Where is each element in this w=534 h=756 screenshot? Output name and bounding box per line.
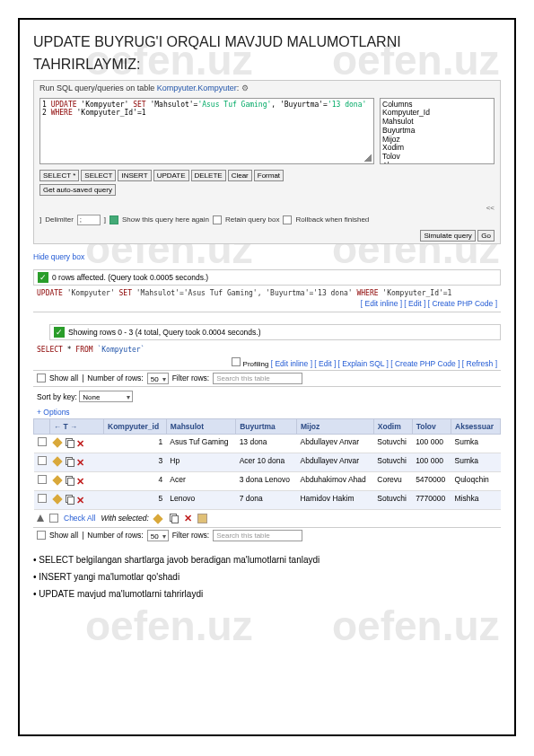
sql-panel-header: Run SQL query/queries on table Kompyuter… <box>34 81 500 95</box>
edit-icon[interactable] <box>54 456 64 466</box>
th-mijoz[interactable]: Mijoz <box>296 418 373 434</box>
delete-icon[interactable]: ✕ <box>76 438 84 449</box>
arrow-up-icon <box>37 514 44 522</box>
cell-mahsulot: Asus Tuf Gaming <box>166 434 235 453</box>
sql-text: , 'Buyurtma'= <box>271 101 328 109</box>
show-all-checkbox-bottom[interactable] <box>37 531 46 540</box>
copy-icon[interactable] <box>66 476 74 485</box>
refresh-link[interactable]: [ Refresh ] <box>462 359 497 368</box>
cell-xodim: Sotuvchi <box>373 434 412 453</box>
cell-buyurtma: 7 dona <box>236 490 297 509</box>
column-insert-arrow[interactable]: << <box>34 204 500 212</box>
sql-kw-set: SET <box>133 101 145 109</box>
row-checkbox[interactable] <box>38 437 47 446</box>
cell-id: 5 <box>104 490 167 509</box>
filter-rows-input[interactable]: Search this table <box>213 373 302 384</box>
edit-icon[interactable] <box>54 437 64 447</box>
cell-mijoz: Abdullayev Anvar <box>296 453 373 471</box>
sql-table-name: `Kompyuter` <box>93 346 145 354</box>
check-all-checkbox[interactable] <box>49 514 58 523</box>
cell-id: 1 <box>104 434 167 453</box>
clear-button[interactable]: Clear <box>228 170 252 181</box>
format-button[interactable]: Format <box>254 170 284 181</box>
sql-kw-update: UPDATE <box>37 289 63 297</box>
num-rows-select[interactable]: 50 <box>147 373 169 384</box>
show-all-label: Show all <box>49 374 78 382</box>
autosaved-button[interactable]: Get auto-saved query <box>39 184 116 196</box>
create-php-link[interactable]: [ Create PHP Code ] <box>390 359 460 368</box>
options-toggle[interactable]: + Options <box>33 406 501 418</box>
simulate-button[interactable]: Simulate query <box>420 230 475 242</box>
update-button[interactable]: UPDATE <box>153 170 189 181</box>
copy-icon[interactable] <box>66 457 74 466</box>
edit-link[interactable]: [ Edit ] <box>404 299 425 308</box>
th-tolov[interactable]: Tolov <box>412 418 451 434</box>
cell-tolov: 100 000 <box>412 434 451 453</box>
delete-icon[interactable]: ✕ <box>76 476 84 487</box>
cell-xodim: Sotuvchi <box>373 453 412 471</box>
sql-text: 'Kompyuter_Id'=1 <box>379 289 452 297</box>
with-selected-label: With selected: <box>101 514 148 523</box>
cell-mijoz: Abduhakimov Ahad <box>296 471 373 490</box>
table-row: ✕5Lenovo7 donaHamidov HakimSotuvchi77700… <box>34 490 501 509</box>
rollback-label: Rollback when finished <box>295 215 369 224</box>
bullet-select: • SELECT belgilangan shartlarga javob be… <box>33 552 501 567</box>
explain-sql-link[interactable]: [ Explain SQL ] <box>338 359 389 368</box>
cell-aks: Mishka <box>451 490 501 509</box>
gear-icon[interactable]: ⚙ <box>241 84 249 92</box>
sql-text: 'Kompyuter' <box>77 101 134 109</box>
sql-textarea[interactable]: 1 UPDATE 'Kompyuter' SET 'Mahsulot'='Asu… <box>39 98 374 164</box>
rollback-checkbox[interactable] <box>283 215 292 224</box>
page-heading-2: TAHRIRLAYMIZ: <box>33 56 501 75</box>
export-icon[interactable] <box>197 514 207 523</box>
th-buyurtma[interactable]: Buyurtma <box>236 418 297 434</box>
row-checkbox[interactable] <box>38 494 47 503</box>
edit-link[interactable]: [ Edit ] <box>314 359 336 368</box>
edit-icon[interactable] <box>54 475 64 485</box>
delimiter-input[interactable]: ; <box>77 215 101 225</box>
insert-button[interactable]: INSERT <box>118 170 151 181</box>
column-item[interactable]: Aksessuar <box>382 162 492 164</box>
delete-icon[interactable]: ✕ <box>76 457 84 468</box>
table-link[interactable]: Kompyuter.Kompyuter <box>157 84 237 92</box>
sort-by-key-select[interactable]: None <box>79 391 133 402</box>
th-kompyuter-id[interactable]: Kompyuter_id <box>104 418 167 434</box>
col-arrow-left[interactable]: ← <box>54 423 61 431</box>
th-mahsulot[interactable]: Mahsulot <box>166 418 235 434</box>
show-again-checkbox[interactable] <box>109 215 118 224</box>
cell-tolov: 100 000 <box>412 453 451 471</box>
edit-icon[interactable] <box>54 494 64 504</box>
profiling-checkbox[interactable] <box>232 357 241 366</box>
retain-label: Retain query box <box>225 215 279 224</box>
delete-icon[interactable]: ✕ <box>184 513 192 524</box>
edit-inline-link[interactable]: [ Edit inline ] <box>271 359 312 368</box>
cell-xodim: Corevu <box>373 471 412 490</box>
create-php-link[interactable]: [ Create PHP Code ] <box>428 299 497 308</box>
num-rows-select-bottom[interactable]: 50 <box>147 530 169 541</box>
delete-icon[interactable]: ✕ <box>76 495 84 505</box>
retain-checkbox[interactable] <box>213 215 222 224</box>
rows-affected-text: 0 rows affected. (Query took 0.0005 seco… <box>52 273 208 282</box>
col-arrow-right[interactable]: → <box>70 423 77 431</box>
sql-text: 'Kompyuter_Id'= <box>73 109 142 117</box>
copy-icon[interactable] <box>66 495 74 504</box>
columns-list[interactable]: Columns Kompyuter_Id Mahsulot Buyurtma M… <box>380 98 495 164</box>
row-checkbox[interactable] <box>38 456 47 465</box>
select-star-button[interactable]: SELECT * <box>39 170 79 181</box>
select-button[interactable]: SELECT <box>81 170 116 181</box>
go-button[interactable]: Go <box>477 230 495 242</box>
edit-icon[interactable] <box>154 514 164 523</box>
row-checkbox[interactable] <box>38 475 47 484</box>
delete-button[interactable]: DELETE <box>191 170 226 181</box>
filter-rows-input-bottom[interactable]: Search this table <box>213 530 302 541</box>
show-all-checkbox[interactable] <box>37 374 46 382</box>
copy-icon[interactable] <box>170 514 179 523</box>
th-xodim[interactable]: Xodim <box>373 418 412 434</box>
edit-inline-link[interactable]: [ Edit inline ] <box>361 299 402 308</box>
copy-icon[interactable] <box>66 438 74 447</box>
th-aksessuar[interactable]: Aksessuar <box>451 418 501 434</box>
sql-text: 'Mahsulot'= <box>146 101 198 109</box>
check-all-link[interactable]: Check All <box>64 514 95 523</box>
resize-handle-icon[interactable] <box>364 154 372 162</box>
hide-query-link[interactable]: Hide query box <box>33 252 84 261</box>
